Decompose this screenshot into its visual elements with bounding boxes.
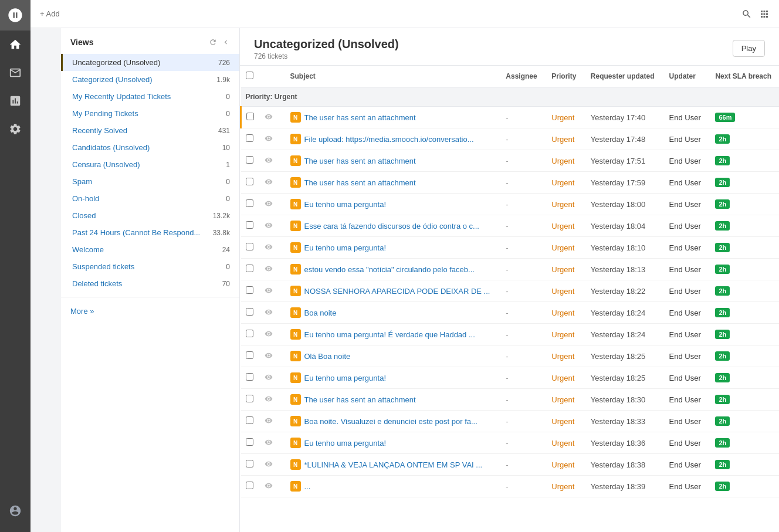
ticket-priority: Urgent bbox=[544, 454, 584, 476]
ticket-updater: End User bbox=[662, 107, 709, 128]
ticket-subject[interactable]: The user has sent an attachment bbox=[304, 157, 416, 165]
row-checkbox[interactable] bbox=[246, 482, 253, 489]
ticket-subject[interactable]: Eu tenho uma pergunta! É verdade que Had… bbox=[304, 330, 475, 339]
row-checkbox[interactable] bbox=[246, 134, 253, 142]
sidebar-item-spam[interactable]: Spam0 bbox=[61, 173, 239, 190]
ticket-assignee: - bbox=[499, 432, 544, 454]
row-checkbox[interactable] bbox=[246, 351, 253, 359]
ticket-subject[interactable]: Esse cara tá fazendo discursos de ódio c… bbox=[304, 222, 479, 231]
ticket-subject[interactable]: File upload: https://media.smooch.io/con… bbox=[304, 135, 474, 144]
row-checkbox[interactable] bbox=[246, 330, 253, 337]
preview-icon[interactable] bbox=[265, 201, 273, 209]
row-checkbox[interactable] bbox=[246, 438, 253, 446]
n-badge: N bbox=[290, 416, 301, 426]
sidebar-item-suspended-tickets[interactable]: Suspended tickets0 bbox=[61, 258, 239, 275]
ticket-assignee: - bbox=[499, 302, 544, 324]
preview-icon[interactable] bbox=[265, 439, 273, 448]
preview-icon[interactable] bbox=[265, 461, 273, 470]
select-all-checkbox[interactable] bbox=[246, 72, 253, 79]
ticket-subject[interactable]: Eu tenho uma pergunta! bbox=[304, 243, 387, 252]
ticket-req-updated: Yesterday 18:30 bbox=[584, 389, 662, 411]
row-checkbox[interactable] bbox=[246, 113, 254, 120]
table-row: N Boa noite - Urgent Yesterday 18:24 End… bbox=[241, 302, 780, 324]
sla-badge: 2h bbox=[715, 373, 730, 382]
ticket-req-updated: Yesterday 18:04 bbox=[584, 215, 662, 237]
row-checkbox[interactable] bbox=[246, 221, 253, 229]
sidebar-item-recently-solved[interactable]: Recently Solved431 bbox=[61, 122, 239, 139]
preview-icon[interactable] bbox=[265, 179, 273, 188]
sidebar-item-welcome[interactable]: Welcome24 bbox=[61, 241, 239, 258]
row-checkbox[interactable] bbox=[246, 199, 253, 207]
nav-reports[interactable] bbox=[0, 87, 31, 115]
ticket-subject[interactable]: Boa noite bbox=[304, 309, 337, 317]
preview-icon[interactable] bbox=[265, 374, 273, 383]
ticket-priority: Urgent bbox=[544, 194, 584, 215]
preview-icon[interactable] bbox=[265, 222, 273, 231]
sidebar-item-on-hold[interactable]: On-hold0 bbox=[61, 190, 239, 207]
preview-icon[interactable] bbox=[265, 266, 273, 275]
row-checkbox[interactable] bbox=[246, 286, 253, 294]
row-checkbox[interactable] bbox=[246, 416, 253, 424]
preview-icon[interactable] bbox=[265, 418, 273, 426]
sidebar-item-closed[interactable]: Closed13.2k bbox=[61, 207, 239, 224]
ticket-subject[interactable]: estou vendo essa "notícia" circulando pe… bbox=[304, 265, 475, 274]
play-button[interactable]: Play bbox=[733, 40, 765, 57]
ticket-subject[interactable]: ... bbox=[304, 482, 311, 491]
ticket-subject[interactable]: Boa noite. Visualuzei e denunciei este p… bbox=[304, 417, 477, 426]
nav-tickets[interactable] bbox=[0, 59, 31, 87]
row-checkbox[interactable] bbox=[246, 156, 253, 164]
apps-icon[interactable] bbox=[759, 9, 770, 19]
row-checkbox[interactable] bbox=[246, 373, 253, 381]
preview-icon[interactable] bbox=[265, 287, 273, 296]
sidebar-item-uncategorized-unsolved[interactable]: Uncategorized (Unsolved)726 bbox=[61, 54, 239, 71]
ticket-subject[interactable]: The user has sent an attachment bbox=[304, 395, 416, 404]
ticket-subject[interactable]: Eu tenho uma pergunta! bbox=[304, 200, 387, 209]
sidebar-item-categorized-unsolved[interactable]: Categorized (Unsolved)1.9k bbox=[61, 71, 239, 88]
sidebar-item-past-24-hours[interactable]: Past 24 Hours (Cannot Be Respond...33.8k bbox=[61, 224, 239, 241]
row-checkbox[interactable] bbox=[246, 265, 253, 272]
sidebar-item-my-recently-updated[interactable]: My Recently Updated Tickets0 bbox=[61, 88, 239, 105]
sla-badge: 2h bbox=[715, 286, 730, 296]
add-button[interactable]: + Add bbox=[40, 9, 60, 18]
sidebar-item-censura-unsolved[interactable]: Censura (Unsolved)1 bbox=[61, 156, 239, 173]
n-badge: N bbox=[290, 372, 301, 383]
sidebar-title: Views bbox=[70, 38, 93, 47]
refresh-icon[interactable] bbox=[209, 38, 217, 46]
row-checkbox[interactable] bbox=[246, 460, 253, 467]
ticket-subject[interactable]: NOSSA SENHORA APARECIDA PODE DEIXAR DE .… bbox=[304, 287, 490, 296]
row-checkbox[interactable] bbox=[246, 243, 253, 250]
row-checkbox[interactable] bbox=[246, 178, 253, 185]
ticket-priority: Urgent bbox=[544, 367, 584, 389]
preview-icon[interactable] bbox=[265, 157, 273, 166]
sidebar-item-candidatos-unsolved[interactable]: Candidatos (Unsolved)10 bbox=[61, 139, 239, 156]
preview-icon[interactable] bbox=[265, 331, 273, 340]
row-checkbox[interactable] bbox=[246, 395, 253, 402]
table-row: N estou vendo essa "notícia" circulando … bbox=[241, 259, 780, 280]
preview-icon[interactable] bbox=[265, 483, 273, 492]
ticket-subject[interactable]: *LULINHA & VEJA LANÇADA ONTEM EM SP VAI … bbox=[304, 460, 483, 469]
search-icon[interactable] bbox=[741, 9, 752, 19]
row-checkbox[interactable] bbox=[246, 308, 253, 316]
ticket-subject[interactable]: The user has sent an attachment bbox=[304, 113, 416, 122]
nav-zendesk-logo[interactable] bbox=[0, 497, 31, 525]
ticket-updater: End User bbox=[662, 215, 709, 237]
ticket-subject[interactable]: Olá Boa noite bbox=[304, 352, 351, 361]
preview-icon[interactable] bbox=[265, 309, 273, 318]
preview-icon[interactable] bbox=[265, 353, 273, 361]
sidebar-item-deleted-tickets[interactable]: Deleted tickets70 bbox=[61, 275, 239, 292]
preview-icon[interactable] bbox=[265, 135, 273, 144]
more-link[interactable]: More » bbox=[61, 302, 239, 320]
preview-icon[interactable] bbox=[265, 396, 273, 405]
ticket-assignee: - bbox=[499, 150, 544, 172]
nav-settings[interactable] bbox=[0, 115, 31, 143]
collapse-icon[interactable] bbox=[222, 38, 230, 46]
sla-badge: 2h bbox=[715, 221, 730, 231]
preview-icon[interactable] bbox=[265, 114, 273, 123]
preview-icon[interactable] bbox=[265, 244, 273, 253]
ticket-subject[interactable]: Eu tenho uma pergunta! bbox=[304, 374, 387, 382]
ticket-subject[interactable]: The user has sent an attachment bbox=[304, 178, 416, 187]
ticket-subject[interactable]: Eu tenho uma pergunta! bbox=[304, 439, 387, 448]
nav-home[interactable] bbox=[0, 31, 31, 59]
sidebar-item-my-pending[interactable]: My Pending Tickets0 bbox=[61, 105, 239, 122]
app-logo[interactable] bbox=[0, 0, 31, 31]
